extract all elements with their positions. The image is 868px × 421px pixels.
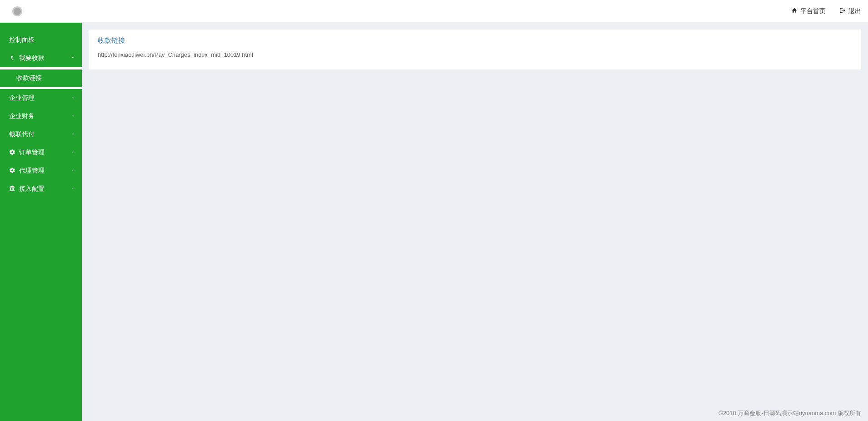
payment-link-text: http://fenxiao.liwei.ph/Pay_Charges_inde…: [98, 51, 852, 58]
bank-icon: [9, 185, 15, 193]
chevron-left-icon: [70, 114, 75, 119]
sidebar-item-label: 订单管理: [19, 149, 45, 157]
sidebar: 控制面板 我要收款 收款链接: [0, 23, 82, 421]
home-label: 平台首页: [800, 7, 826, 15]
cogs-icon: [9, 167, 15, 175]
sidebar-subitem-collect-link[interactable]: 收款链接: [0, 69, 82, 87]
sidebar-item-company-finance[interactable]: 企业财务: [0, 107, 82, 125]
sidebar-item-label: 我要收款: [19, 54, 45, 62]
sidebar-item-company-mgmt[interactable]: 企业管理: [0, 89, 82, 107]
sidebar-item-label: 收款链接: [16, 74, 42, 81]
dollar-icon: [9, 55, 15, 62]
sidebar-item-label: 银联代付: [9, 130, 35, 139]
sidebar-item-label: 接入配置: [19, 185, 45, 193]
home-link[interactable]: 平台首页: [791, 7, 826, 15]
home-icon: [791, 7, 798, 15]
header: 平台首页 退出: [0, 0, 868, 23]
footer-copyright: ©2018 万商金服-日源码演示站riyuanma.com 版权所有: [718, 409, 861, 417]
sidebar-item-label: 控制面板: [9, 36, 35, 44]
sidebar-item-unionpay[interactable]: 银联代付: [0, 125, 82, 144]
avatar[interactable]: [12, 6, 22, 16]
sidebar-submenu-collect: 收款链接: [0, 67, 82, 89]
content-card: 收款链接 http://fenxiao.liwei.ph/Pay_Charges…: [89, 30, 861, 69]
chevron-left-icon: [70, 186, 75, 192]
sidebar-item-label: 企业管理: [9, 94, 35, 102]
sidebar-item-dashboard[interactable]: 控制面板: [0, 31, 82, 49]
content-area: 收款链接 http://fenxiao.liwei.ph/Pay_Charges…: [82, 23, 868, 421]
chevron-left-icon: [70, 168, 75, 173]
chevron-left-icon: [70, 95, 75, 101]
logout-icon: [839, 7, 846, 15]
logout-link[interactable]: 退出: [839, 7, 861, 15]
sidebar-item-access-config[interactable]: 接入配置: [0, 180, 82, 198]
sidebar-item-label: 企业财务: [9, 112, 35, 120]
sidebar-item-collect[interactable]: 我要收款: [0, 49, 82, 67]
chevron-down-icon: [70, 55, 75, 61]
chevron-left-icon: [70, 150, 75, 155]
sidebar-item-label: 代理管理: [19, 167, 45, 175]
sidebar-item-order-mgmt[interactable]: 订单管理: [0, 144, 82, 162]
sidebar-item-agent-mgmt[interactable]: 代理管理: [0, 162, 82, 180]
logout-label: 退出: [848, 7, 861, 15]
cogs-icon: [9, 149, 15, 157]
chevron-left-icon: [70, 132, 75, 137]
card-title: 收款链接: [98, 36, 852, 45]
